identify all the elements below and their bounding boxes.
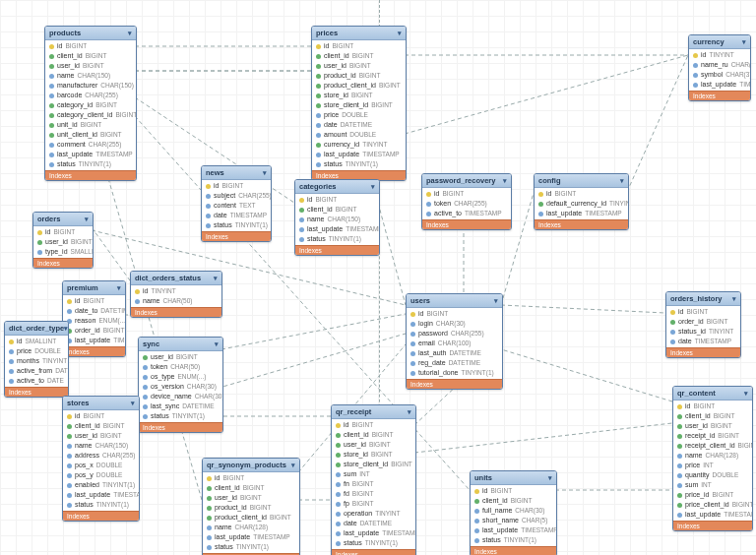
column-row[interactable]: sumINT — [673, 480, 752, 490]
column-row[interactable]: product_client_idBIGINT — [203, 513, 299, 523]
entity-units[interactable]: units▾idBIGINTclient_idBIGINTfull_nameCH… — [470, 470, 557, 555]
column-row[interactable]: product_idBIGINT — [203, 503, 299, 513]
column-row[interactable]: os_versionCHAR(30) — [139, 382, 222, 392]
column-row[interactable]: statusTINYINT(1) — [63, 500, 139, 510]
collapse-icon[interactable]: ▾ — [64, 325, 68, 333]
column-row[interactable]: pos_yDOUBLE — [63, 470, 139, 480]
column-row[interactable]: last_updateTIMESTAMP — [295, 224, 379, 234]
entity-sync[interactable]: sync▾user_idBIGINTtokenCHAR(50)os_typeEN… — [138, 337, 223, 433]
column-row[interactable]: idBIGINT — [422, 189, 511, 199]
column-row[interactable]: idBIGINT — [33, 227, 93, 237]
entity-footer-indexes[interactable]: Indexes — [295, 245, 379, 255]
column-row[interactable]: user_idBIGINT — [203, 493, 299, 503]
column-row[interactable]: idTINYINT — [689, 50, 750, 60]
entity-currency[interactable]: currency▾idTINYINTname_ruCHAR(50)symbolC… — [688, 34, 751, 101]
entity-header[interactable]: products▾ — [45, 27, 136, 40]
entity-header[interactable]: qr_synonym_products▾ — [203, 459, 299, 472]
column-row[interactable]: last_updateTIMESTAMP — [673, 510, 752, 520]
column-row[interactable]: fdBIGINT — [332, 489, 415, 499]
column-row[interactable]: dateDATETIME — [332, 519, 415, 528]
entity-header[interactable]: users▾ — [407, 294, 502, 308]
column-row[interactable]: statusTINYINT(1) — [332, 538, 415, 548]
column-row[interactable]: idBIGINT — [312, 41, 406, 51]
column-row[interactable]: idBIGINT — [202, 181, 271, 191]
column-row[interactable]: nameCHAR(50) — [131, 296, 221, 306]
column-row[interactable]: nameCHAR(128) — [203, 523, 299, 532]
column-row[interactable]: symbolCHAR(3) — [689, 70, 750, 80]
column-row[interactable]: contentTEXT — [202, 201, 271, 211]
column-row[interactable]: idBIGINT — [63, 296, 125, 306]
entity-footer-indexes[interactable]: Indexes — [332, 549, 415, 555]
entity-footer-indexes[interactable]: Indexes — [673, 521, 752, 530]
column-row[interactable]: user_idBIGINT — [673, 421, 752, 431]
collapse-icon[interactable]: ▾ — [85, 216, 89, 223]
collapse-icon[interactable]: ▾ — [494, 297, 498, 305]
column-row[interactable]: statusTINYINT(1) — [203, 542, 299, 552]
column-row[interactable]: client_idBIGINT — [45, 51, 136, 61]
entity-header[interactable]: dict_order_type▾ — [5, 322, 68, 336]
column-row[interactable]: fnBIGINT — [332, 479, 415, 489]
column-row[interactable]: operationTINYINT — [332, 509, 415, 519]
column-row[interactable]: last_updateTIMESTAMP — [689, 80, 750, 90]
entity-footer-indexes[interactable]: Indexes — [666, 347, 740, 357]
entity-password_recovery[interactable]: password_recovery▾idBIGINTtokenCHAR(255)… — [421, 173, 512, 230]
column-row[interactable]: amountDOUBLE — [312, 130, 406, 140]
entity-header[interactable]: orders▾ — [33, 213, 93, 226]
column-row[interactable]: status_idTINYINT — [666, 327, 740, 337]
column-row[interactable]: addressCHAR(255) — [63, 451, 139, 461]
entity-header[interactable]: password_recovery▾ — [422, 174, 511, 188]
column-row[interactable]: price_idBIGINT — [673, 490, 752, 500]
column-row[interactable]: statusTINYINT(1) — [312, 159, 406, 169]
column-row[interactable]: last_updateTIMESTAMP — [332, 528, 415, 538]
entity-header[interactable]: news▾ — [202, 166, 271, 180]
entity-premium[interactable]: premium▾idBIGINTdate_toDATETIMEreasonENU… — [62, 280, 126, 357]
entity-prices[interactable]: prices▾idBIGINTclient_idBIGINTuser_idBIG… — [311, 26, 407, 181]
collapse-icon[interactable]: ▾ — [215, 340, 219, 348]
entity-dict_order_type[interactable]: dict_order_type▾idSMALLINTpriceDOUBLEmon… — [4, 321, 69, 398]
collapse-icon[interactable]: ▾ — [371, 183, 375, 191]
entity-orders[interactable]: orders▾idBIGINTuser_idBIGINTtype_idSMALL… — [32, 212, 94, 269]
entity-orders_history[interactable]: orders_history▾idBIGINTorder_idBIGINTsta… — [665, 291, 741, 358]
column-row[interactable]: idSMALLINT — [5, 337, 68, 346]
entity-footer-indexes[interactable]: Indexes — [5, 387, 68, 397]
column-row[interactable]: order_idBIGINT — [666, 317, 740, 327]
collapse-icon[interactable]: ▾ — [408, 408, 411, 416]
column-row[interactable]: category_client_idBIGINT — [45, 110, 136, 120]
entity-header[interactable]: qr_content▾ — [673, 387, 752, 401]
column-row[interactable]: store_idBIGINT — [312, 91, 406, 100]
column-row[interactable]: statusTINYINT(1) — [202, 220, 271, 230]
column-row[interactable]: device_nameCHAR(30) — [139, 392, 222, 401]
entity-header[interactable]: sync▾ — [139, 338, 222, 351]
column-row[interactable]: last_updateTIMESTAMP — [45, 150, 136, 159]
column-row[interactable]: product_client_idBIGINT — [312, 81, 406, 91]
column-row[interactable]: last_syncDATETIME — [139, 401, 222, 411]
column-row[interactable]: tokenCHAR(50) — [139, 362, 222, 372]
column-row[interactable]: user_idBIGINT — [33, 237, 93, 247]
column-row[interactable]: default_currency_idTINYINT — [535, 199, 628, 209]
column-row[interactable]: user_idBIGINT — [45, 61, 136, 71]
column-row[interactable]: idBIGINT — [203, 473, 299, 483]
column-row[interactable]: reasonENUM(...) — [63, 316, 125, 326]
entity-news[interactable]: news▾idBIGINTsubjectCHAR(255)contentTEXT… — [201, 165, 272, 242]
column-row[interactable]: client_idBIGINT — [63, 421, 139, 431]
column-row[interactable]: nameCHAR(128) — [673, 451, 752, 461]
column-row[interactable]: enabledTINYINT(1) — [63, 480, 139, 490]
collapse-icon[interactable]: ▾ — [131, 400, 135, 407]
column-row[interactable]: loginCHAR(30) — [407, 319, 502, 329]
column-row[interactable]: nameCHAR(150) — [295, 215, 379, 224]
column-row[interactable]: unit_idBIGINT — [45, 120, 136, 130]
column-row[interactable]: priceDOUBLE — [312, 110, 406, 120]
column-row[interactable]: name_ruCHAR(50) — [689, 60, 750, 70]
entity-header[interactable]: qr_receipt▾ — [332, 405, 415, 419]
column-row[interactable]: commentCHAR(255) — [45, 140, 136, 150]
column-row[interactable]: priceINT — [673, 461, 752, 470]
collapse-icon[interactable]: ▾ — [503, 177, 507, 185]
entity-header[interactable]: currency▾ — [689, 35, 750, 49]
column-row[interactable]: idBIGINT — [332, 420, 415, 430]
entity-footer-indexes[interactable]: Indexes — [422, 219, 511, 229]
column-row[interactable]: tutorial_doneTINYINT(1) — [407, 368, 502, 378]
collapse-icon[interactable]: ▾ — [620, 177, 624, 185]
collapse-icon[interactable]: ▾ — [742, 38, 746, 46]
entity-footer-indexes[interactable]: Indexes — [202, 231, 271, 241]
entity-qr_synonym_products[interactable]: qr_synonym_products▾idBIGINTclient_idBIG… — [202, 458, 300, 555]
